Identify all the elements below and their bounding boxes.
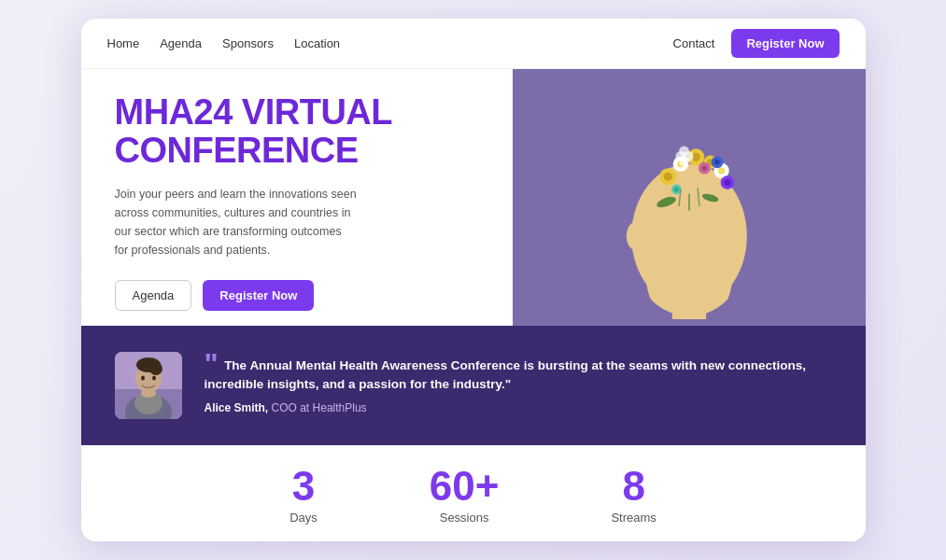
hero-title: MHA24 Virtual Conference [115,93,479,170]
svg-point-4 [663,172,671,180]
quote-mark: " [205,357,219,371]
svg-point-12 [717,167,724,174]
testimonial-content: " The Annual Mental Health Awareness Con… [205,357,832,415]
stat-streams-label: Streams [611,511,656,525]
svg-point-24 [679,156,689,166]
svg-point-18 [673,187,678,191]
svg-point-38 [141,376,145,381]
nav-links: Home Agenda Sponsors Location [107,36,341,50]
stat-streams: 8 Streams [555,466,712,525]
stat-days-label: Days [289,511,318,525]
testimonial-text: The Annual Mental Health Awareness Confe… [205,358,807,391]
stats-section: 3 Days 60+ Sessions 8 Streams [81,445,866,541]
agenda-button[interactable]: Agenda [115,280,192,311]
hero-section: MHA24 Virtual Conference Join your peers… [81,69,866,326]
nav-contact[interactable]: Contact [673,36,715,50]
stat-sessions-label: Sessions [440,511,489,525]
nav-home[interactable]: Home [107,36,140,50]
stat-streams-number: 8 [622,466,644,507]
nav-right: Contact Register Now [673,29,840,58]
head-illustration [596,77,783,319]
avatar [115,352,182,419]
browser-window: Home Agenda Sponsors Location Contact Re… [81,19,866,541]
nav-sponsors[interactable]: Sponsors [222,36,274,50]
svg-point-20 [701,165,706,170]
avatar-image [115,352,182,419]
testimonial-quote: " The Annual Mental Health Awareness Con… [205,357,832,395]
svg-point-16 [714,160,719,164]
svg-point-37 [149,362,162,375]
hero-image [513,69,866,326]
stat-days-number: 3 [292,466,315,507]
nav-agenda[interactable]: Agenda [160,36,202,50]
testimonial-author: Alice Smith, COO at HealthPlus [205,401,832,414]
stat-days: 3 Days [233,466,374,525]
hero-buttons: Agenda Register Now [115,280,479,311]
hero-description: Join your peers and learn the innovation… [115,185,358,259]
hero-left: MHA24 Virtual Conference Join your peers… [81,69,513,326]
svg-point-39 [152,376,156,381]
register-button[interactable]: Register Now [203,280,314,311]
svg-point-23 [679,146,689,156]
svg-rect-1 [671,295,705,318]
stat-sessions: 60+ Sessions [374,466,556,525]
author-role: COO at HealthPlus [272,401,367,414]
svg-point-14 [724,179,730,186]
stat-sessions-number: 60+ [430,466,500,507]
navbar: Home Agenda Sponsors Location Contact Re… [81,19,866,69]
author-name: Alice Smith, [205,401,269,414]
svg-point-2 [626,222,642,249]
testimonial-section: " The Annual Mental Health Awareness Con… [81,326,866,445]
nav-location[interactable]: Location [294,36,340,50]
nav-register-button[interactable]: Register Now [731,29,839,58]
